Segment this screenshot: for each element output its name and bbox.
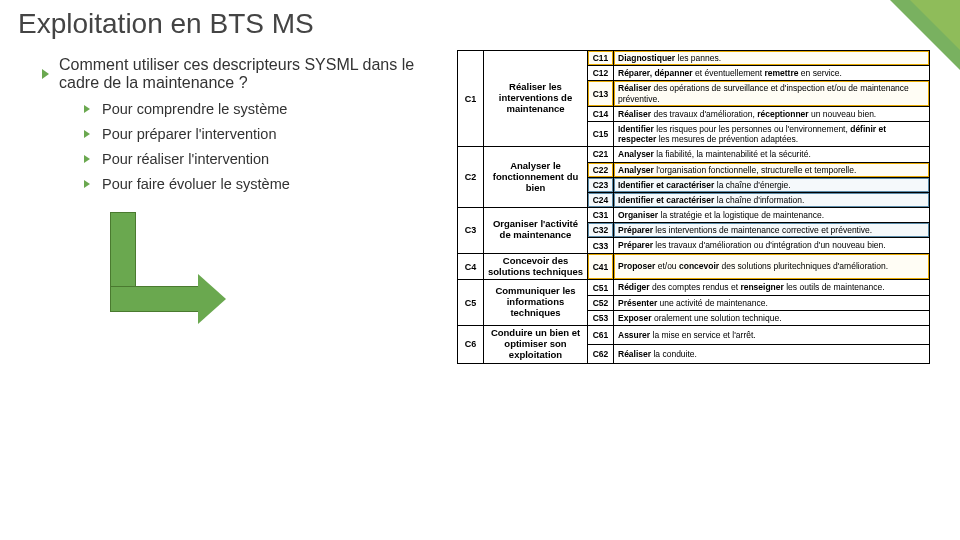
group-label: Concevoir des solutions techniques bbox=[484, 253, 588, 280]
table-row: C6Conduire un bien et optimiser son expl… bbox=[458, 326, 930, 345]
group-code: C2 bbox=[458, 147, 484, 208]
row-desc: Réaliser des opérations de surveillance … bbox=[614, 81, 930, 106]
row-code: C32 bbox=[588, 223, 614, 238]
row-desc: Identifier les risques pour les personne… bbox=[614, 121, 930, 146]
table-row: C5Communiquer les informations technique… bbox=[458, 280, 930, 295]
row-code: C23 bbox=[588, 177, 614, 192]
row-desc: Analyser l'organisation fonctionnelle, s… bbox=[614, 162, 930, 177]
group-code: C3 bbox=[458, 208, 484, 254]
group-label: Conduire un bien et optimiser son exploi… bbox=[484, 326, 588, 364]
row-code: C12 bbox=[588, 66, 614, 81]
group-label: Communiquer les informations techniques bbox=[484, 280, 588, 326]
table-row: C3Organiser l'activité de maintenanceC31… bbox=[458, 208, 930, 223]
group-label: Organiser l'activité de maintenance bbox=[484, 208, 588, 254]
bullet-item: Pour comprendre le système bbox=[84, 101, 449, 117]
bullet-item: Pour réaliser l'intervention bbox=[84, 151, 449, 167]
row-desc: Réaliser des travaux d'amélioration, réc… bbox=[614, 106, 930, 121]
row-code: C13 bbox=[588, 81, 614, 106]
left-column: Comment utiliser ces descripteurs SYSML … bbox=[30, 50, 449, 364]
row-code: C61 bbox=[588, 326, 614, 345]
row-desc: Présenter une activité de maintenance. bbox=[614, 295, 930, 310]
competency-panel: C1Réaliser les interventions de maintena… bbox=[457, 50, 930, 364]
row-desc: Exposer oralement une solution technique… bbox=[614, 310, 930, 325]
row-code: C41 bbox=[588, 253, 614, 280]
row-desc: Diagnostiquer les pannes. bbox=[614, 51, 930, 66]
group-code: C6 bbox=[458, 326, 484, 364]
row-desc: Réparer, dépanner et éventuellement reme… bbox=[614, 66, 930, 81]
group-code: C4 bbox=[458, 253, 484, 280]
row-code: C21 bbox=[588, 147, 614, 162]
row-desc: Préparer les interventions de maintenanc… bbox=[614, 223, 930, 238]
row-code: C62 bbox=[588, 344, 614, 363]
row-code: C31 bbox=[588, 208, 614, 223]
bullet-item: Pour préparer l'intervention bbox=[84, 126, 449, 142]
arrow-graphic bbox=[110, 212, 220, 342]
table-row: C4Concevoir des solutions techniquesC41P… bbox=[458, 253, 930, 280]
row-desc: Organiser la stratégie et la logistique … bbox=[614, 208, 930, 223]
row-code: C51 bbox=[588, 280, 614, 295]
page-title: Exploitation en BTS MS bbox=[0, 0, 960, 40]
content-area: Comment utiliser ces descripteurs SYSML … bbox=[0, 40, 960, 364]
row-code: C14 bbox=[588, 106, 614, 121]
row-code: C15 bbox=[588, 121, 614, 146]
group-label: Analyser le fonctionnement du bien bbox=[484, 147, 588, 208]
group-code: C1 bbox=[458, 51, 484, 147]
row-desc: Assurer la mise en service et l'arrêt. bbox=[614, 326, 930, 345]
row-code: C11 bbox=[588, 51, 614, 66]
row-code: C52 bbox=[588, 295, 614, 310]
bullet-item: Pour faire évoluer le système bbox=[84, 176, 449, 192]
row-desc: Identifier et caractériser la chaîne d'i… bbox=[614, 192, 930, 207]
row-code: C53 bbox=[588, 310, 614, 325]
row-code: C22 bbox=[588, 162, 614, 177]
group-label: Réaliser les interventions de maintenanc… bbox=[484, 51, 588, 147]
row-desc: Proposer et/ou concevoir des solutions p… bbox=[614, 253, 930, 280]
table-row: C1Réaliser les interventions de maintena… bbox=[458, 51, 930, 66]
bullet-list: Pour comprendre le systèmePour préparer … bbox=[84, 101, 449, 192]
competency-table: C1Réaliser les interventions de maintena… bbox=[457, 50, 930, 364]
table-row: C2Analyser le fonctionnement du bienC21A… bbox=[458, 147, 930, 162]
row-code: C33 bbox=[588, 238, 614, 253]
row-desc: Identifier et caractériser la chaîne d'é… bbox=[614, 177, 930, 192]
group-code: C5 bbox=[458, 280, 484, 326]
row-desc: Réaliser la conduite. bbox=[614, 344, 930, 363]
corner-decoration-inner bbox=[910, 0, 960, 50]
row-desc: Préparer les travaux d'amélioration ou d… bbox=[614, 238, 930, 253]
row-desc: Rédiger des comptes rendus et renseigner… bbox=[614, 280, 930, 295]
row-desc: Analyser la fiabilité, la maintenabilité… bbox=[614, 147, 930, 162]
main-question: Comment utiliser ces descripteurs SYSML … bbox=[42, 56, 449, 92]
row-code: C24 bbox=[588, 192, 614, 207]
